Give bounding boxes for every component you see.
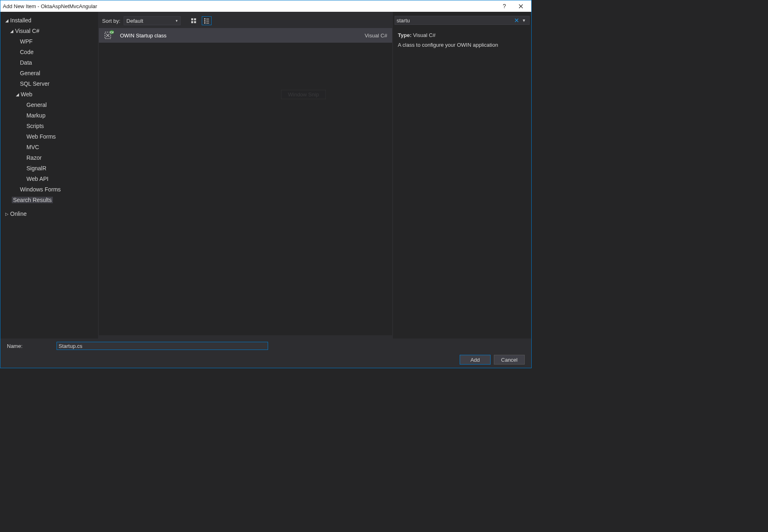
grid-icon bbox=[191, 18, 196, 24]
dialog-footer: Name: Add Cancel bbox=[0, 339, 531, 368]
details-panel: ▾ Type: Visual C# A class to configure y… bbox=[393, 12, 531, 339]
svg-rect-9 bbox=[206, 23, 209, 24]
tree-item-mvc[interactable]: MVC bbox=[0, 142, 98, 152]
chevron-right-icon: ▷ bbox=[4, 211, 9, 216]
close-icon bbox=[515, 18, 519, 22]
name-input[interactable] bbox=[57, 342, 268, 350]
tree-label: Search Results bbox=[12, 197, 53, 203]
tree-label: WPF bbox=[20, 38, 33, 45]
tree-item-search-results[interactable]: Search Results bbox=[0, 195, 98, 205]
tree-item-visual-csharp[interactable]: ◢ Visual C# bbox=[0, 26, 98, 36]
tree-item-markup[interactable]: Markup bbox=[0, 110, 98, 121]
template-toolbar: Sort by: Default ▾ bbox=[98, 15, 393, 26]
tree-label: Razor bbox=[26, 154, 41, 161]
help-button[interactable]: ? bbox=[496, 0, 513, 12]
name-label: Name: bbox=[7, 343, 52, 349]
window-title: Add New Item - OktaAspNetMvcAngular bbox=[3, 3, 496, 9]
tree-item-online[interactable]: ▷ Online bbox=[0, 208, 98, 219]
category-tree: ◢ Installed ◢ Visual C# WPF Code Data Ge… bbox=[0, 12, 98, 339]
close-button[interactable] bbox=[513, 0, 529, 12]
svg-rect-8 bbox=[204, 22, 205, 24]
csharp-class-icon: C# bbox=[104, 30, 114, 41]
svg-text:C#: C# bbox=[110, 31, 114, 34]
tree-item-razor[interactable]: Razor bbox=[0, 152, 98, 163]
chevron-down-icon: ◢ bbox=[9, 28, 14, 33]
close-icon bbox=[519, 4, 523, 9]
tree-item-installed[interactable]: ◢ Installed bbox=[0, 15, 98, 26]
tree-item-scripts[interactable]: Scripts bbox=[0, 121, 98, 131]
svg-rect-6 bbox=[204, 20, 205, 22]
tree-label: General bbox=[20, 70, 40, 76]
tree-label: Web Forms bbox=[26, 133, 56, 140]
search-dropdown-button[interactable]: ▾ bbox=[520, 17, 528, 24]
search-input[interactable] bbox=[397, 17, 513, 24]
tree-item-windows-forms[interactable]: Windows Forms bbox=[0, 184, 98, 195]
details-body: Type: Visual C# A class to configure you… bbox=[393, 28, 531, 52]
clear-search-button[interactable] bbox=[513, 17, 520, 24]
list-icon bbox=[204, 18, 209, 24]
tree-item-wpf[interactable]: WPF bbox=[0, 36, 98, 47]
view-medium-icons-button[interactable] bbox=[189, 16, 199, 25]
template-list: C# OWIN Startup class Visual C# bbox=[99, 28, 392, 335]
search-box[interactable]: ▾ bbox=[395, 16, 530, 25]
watermark: Window Snip bbox=[281, 90, 326, 99]
tree-label: Markup bbox=[26, 112, 46, 119]
svg-rect-7 bbox=[206, 21, 209, 22]
tree-item-web[interactable]: ◢ Web bbox=[0, 89, 98, 100]
tree-label: MVC bbox=[26, 144, 39, 150]
tree-item-sql-server[interactable]: SQL Server bbox=[0, 78, 98, 89]
svg-rect-0 bbox=[191, 18, 193, 20]
tree-label: Visual C# bbox=[15, 28, 39, 34]
button-row: Add Cancel bbox=[7, 355, 525, 365]
tree-label: SQL Server bbox=[20, 80, 50, 87]
template-panel: Sort by: Default ▾ bbox=[98, 12, 393, 339]
tree-label: General bbox=[26, 102, 47, 108]
tree-item-web-general[interactable]: General bbox=[0, 100, 98, 110]
tree-item-web-api[interactable]: Web API bbox=[0, 174, 98, 184]
chevron-down-icon: ▾ bbox=[176, 19, 178, 23]
tree-item-code[interactable]: Code bbox=[0, 47, 98, 57]
svg-rect-5 bbox=[206, 19, 209, 20]
svg-rect-4 bbox=[204, 18, 205, 20]
svg-rect-1 bbox=[194, 18, 196, 20]
cancel-button[interactable]: Cancel bbox=[494, 355, 525, 365]
chevron-down-icon: ◢ bbox=[4, 18, 9, 23]
template-owin-startup[interactable]: C# OWIN Startup class Visual C# bbox=[99, 28, 392, 43]
type-label: Type: bbox=[398, 32, 412, 38]
sort-dropdown[interactable]: Default ▾ bbox=[124, 16, 181, 25]
tree-item-data[interactable]: Data bbox=[0, 57, 98, 68]
dialog-content: ◢ Installed ◢ Visual C# WPF Code Data Ge… bbox=[0, 12, 531, 339]
tree-label: Scripts bbox=[26, 123, 44, 129]
svg-rect-2 bbox=[191, 21, 193, 23]
template-description: A class to configure your OWIN applicati… bbox=[398, 41, 526, 49]
template-language: Visual C# bbox=[365, 33, 387, 39]
sort-value: Default bbox=[127, 18, 143, 24]
tree-label: Windows Forms bbox=[20, 186, 61, 193]
tree-label: Code bbox=[20, 49, 33, 55]
tree-item-signalr[interactable]: SignalR bbox=[0, 163, 98, 174]
chevron-down-icon: ◢ bbox=[15, 92, 20, 97]
tree-label: Web bbox=[21, 91, 33, 98]
tree-label: Web API bbox=[26, 176, 48, 182]
view-small-icons-button[interactable] bbox=[202, 16, 212, 25]
template-name: OWIN Startup class bbox=[120, 33, 365, 39]
name-row: Name: bbox=[7, 342, 525, 350]
tree-label: Installed bbox=[10, 17, 31, 24]
add-button[interactable]: Add bbox=[460, 355, 491, 365]
type-value: Visual C# bbox=[413, 32, 435, 38]
tree-item-web-forms[interactable]: Web Forms bbox=[0, 131, 98, 142]
tree-item-general[interactable]: General bbox=[0, 68, 98, 78]
sort-by-label: Sort by: bbox=[102, 18, 120, 24]
svg-rect-3 bbox=[194, 21, 196, 23]
tree-label: Data bbox=[20, 59, 32, 66]
tree-label: Online bbox=[10, 211, 26, 217]
tree-label: SignalR bbox=[26, 165, 46, 172]
titlebar: Add New Item - OktaAspNetMvcAngular ? bbox=[0, 0, 531, 12]
